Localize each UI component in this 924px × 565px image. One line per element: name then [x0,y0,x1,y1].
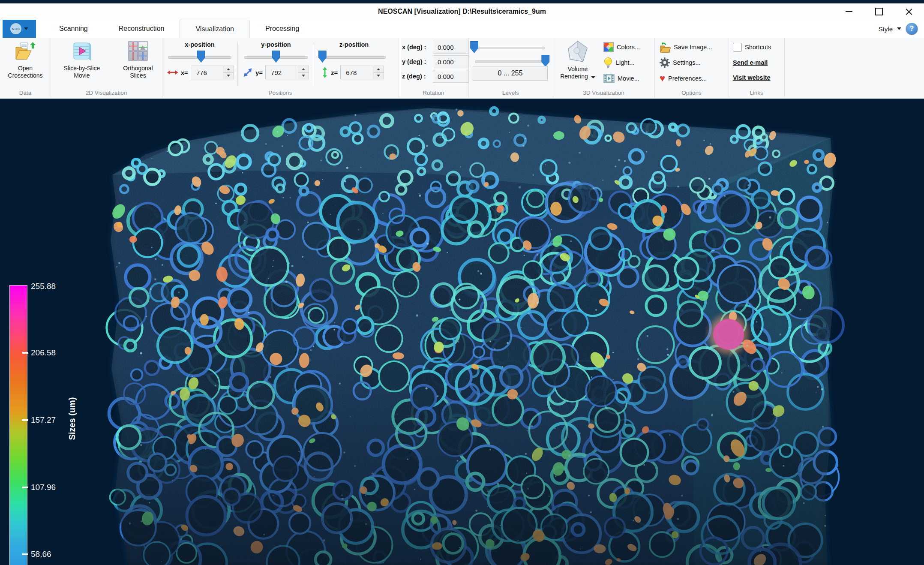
x-position-thumb[interactable] [197,51,205,63]
x-prefix: x= [181,69,188,76]
y-position-input[interactable]: 792 [265,66,309,79]
slice-movie-icon [71,40,93,63]
help-button[interactable]: ? [906,23,918,35]
movie-button[interactable]: Movie... [603,73,639,84]
slice-by-slice-movie-label: Slice-by-Slice Movie [57,65,107,79]
spin-down-icon[interactable] [223,73,234,79]
style-dropdown[interactable]: Style [879,25,893,33]
x-position-input[interactable]: 776 [191,66,234,79]
x-axis-arrow-icon [167,69,178,76]
y-position-thumb[interactable] [272,51,280,63]
chevron-down-icon [24,27,28,30]
levels-high-thumb[interactable] [541,55,549,67]
spin-down-icon[interactable] [373,73,384,79]
heart-icon: ♥ [660,74,665,83]
save-image-button[interactable]: Save Image... [660,42,712,53]
chevron-down-icon[interactable] [897,27,901,30]
volume-rendering-button[interactable]: Volume Rendering [555,40,600,80]
visit-website-link[interactable]: Visit website [733,72,771,83]
z-position-spinner[interactable] [373,66,384,79]
open-crossections-button[interactable]: Open Crossections [5,40,45,79]
y-position-slider[interactable] [242,50,310,64]
volume-render-canvas[interactable] [0,99,924,565]
colors-palette-icon [603,42,614,52]
z-position-track[interactable] [322,56,386,59]
spin-up-icon[interactable] [223,66,234,73]
group-positions: x-position x= 776 [162,38,399,98]
tab-visualization[interactable]: Visualization [180,20,250,38]
settings-button[interactable]: Settings... [660,57,700,68]
y-deg-input[interactable]: 0.000 [433,55,469,68]
open-folder-icon [14,40,36,63]
minimize-button[interactable] [834,3,864,20]
save-image-label: Save Image... [674,44,712,51]
app-menu-button[interactable]: NRC [3,20,36,38]
x-deg-input[interactable]: 0.000 [433,41,469,54]
group-label-3d: 3D Visualization [553,90,654,96]
shortcuts-toggle[interactable]: Shortcuts [733,42,771,53]
shortcuts-label: Shortcuts [745,44,771,51]
send-email-link[interactable]: Send e-mail [733,57,768,68]
y-position-value[interactable]: 792 [266,66,298,79]
group-links: Shortcuts Send e-mail Visit website Link… [729,38,785,98]
z-position-input[interactable]: 678 [340,66,384,79]
tab-processing[interactable]: Processing [250,20,315,38]
x-position-value[interactable]: 776 [191,66,223,79]
shortcuts-checkbox[interactable] [733,43,742,52]
levels-range-box[interactable]: 0 ... 255 [473,66,548,81]
z-deg-input[interactable]: 0.000 [433,70,469,83]
title-bar[interactable]: NEOSCAN [Visualization] D:\Results\ceram… [0,3,924,20]
z-prefix: z= [331,69,338,76]
spin-down-icon[interactable] [298,73,309,79]
maximize-button[interactable] [864,3,894,20]
y-position-spinner[interactable] [298,66,309,79]
orthogonal-slices-label: Orthogonal Slices [117,65,159,79]
ribbon-tab-bar: NRC Scanning Reconstruction Visualizatio… [0,20,924,38]
group-label-data: Data [0,90,51,96]
levels-high-slider[interactable] [473,54,548,67]
levels-low-track[interactable] [475,47,545,49]
close-button[interactable] [894,3,924,20]
settings-label: Settings... [673,59,700,66]
movie-film-icon [603,74,615,83]
levels-low-slider[interactable] [473,40,548,53]
z-position-thumb[interactable] [318,51,327,63]
group-levels: 0 ... 255 Levels [468,38,553,98]
orthogonal-slices-icon [127,40,149,63]
z-position-slider[interactable] [320,50,388,64]
ribbon: Open Crossections Data Slice-by-Slice Mo… [0,38,924,99]
y-position-header: y-position [242,41,310,48]
preferences-button[interactable]: ♥ Preferences... [660,73,707,84]
group-label-levels: Levels [468,90,553,96]
render-viewport[interactable]: 255.88206.58157.27107.9658.66 Sizes (um) [0,99,924,565]
y-prefix: y= [255,69,263,76]
movie-label: Movie... [618,75,639,82]
group-label-options: Options [654,90,729,96]
levels-high-track[interactable] [475,60,545,63]
z-position-value[interactable]: 678 [341,66,373,79]
window-title: NEOSCAN [Visualization] D:\Results\ceram… [0,3,924,20]
colors-button[interactable]: Colors... [603,42,640,53]
z-deg-label: z (deg) : [402,73,433,80]
group-2d-visualization: Slice-by-Slice Movie Orthogonal Slices [51,38,162,98]
tab-scanning[interactable]: Scanning [44,20,103,38]
slice-by-slice-movie-button[interactable]: Slice-by-Slice Movie [57,40,107,79]
x-position-spinner[interactable] [223,66,234,79]
orthogonal-slices-button[interactable]: Orthogonal Slices [117,40,159,79]
spin-up-icon[interactable] [298,66,309,73]
group-label-links: Links [729,90,784,96]
x-deg-label: x (deg) : [402,44,433,51]
levels-low-thumb[interactable] [470,41,478,53]
chevron-down-icon [591,76,595,78]
z-position-header: z-position [320,41,388,48]
group-rotation: x (deg) : 0.000 y (deg) : 0.000 z (deg) … [399,38,469,98]
light-bulb-icon [603,57,613,68]
group-label-rotation: Rotation [399,90,468,96]
app-window: NEOSCAN [Visualization] D:\Results\ceram… [0,0,924,565]
spin-up-icon[interactable] [373,66,384,73]
x-position-header: x-position [165,41,234,48]
tab-reconstruction[interactable]: Reconstruction [103,20,180,38]
x-position-slider[interactable] [165,50,234,64]
group-3d-visualization: Volume Rendering Colors... [553,38,655,98]
light-button[interactable]: Light... [603,57,635,68]
